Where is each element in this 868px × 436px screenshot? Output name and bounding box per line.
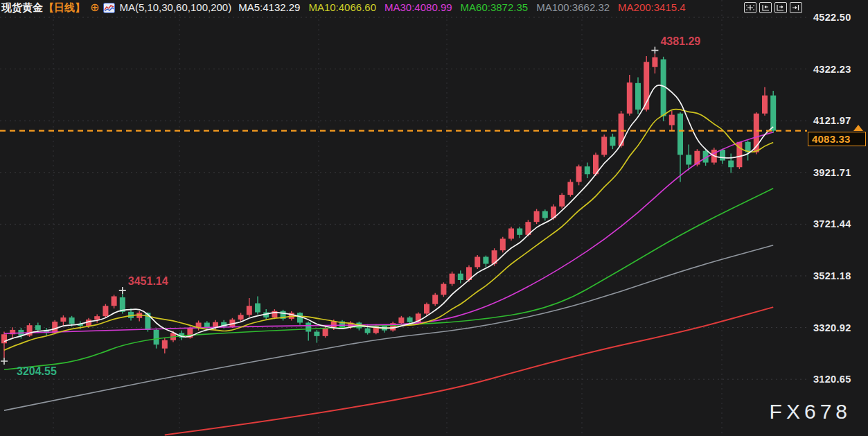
add-indicator-button[interactable]: ⊕ bbox=[90, 1, 99, 15]
last-price-value: 4083.33 bbox=[812, 133, 851, 145]
candle-down bbox=[365, 329, 371, 333]
chart-window: 3204.553451.144381.294522.504322.234121.… bbox=[0, 0, 868, 436]
chart-toolbar bbox=[744, 2, 802, 13]
ma-legend-item: MA60:3872.35 bbox=[461, 1, 529, 13]
candle-up bbox=[627, 82, 632, 114]
candle-up bbox=[450, 274, 455, 284]
candle-down bbox=[255, 304, 260, 313]
candle-up bbox=[398, 317, 404, 323]
y-axis-tick-label: 4121.97 bbox=[813, 115, 851, 126]
price-annotation-label: 4381.29 bbox=[660, 35, 700, 47]
timeframe-label: 【日线】 bbox=[44, 1, 85, 15]
candle-down bbox=[686, 155, 691, 164]
ma-legend: MA5:4132.29MA10:4066.60MA30:4080.99MA60:… bbox=[238, 1, 693, 15]
y-axis-tick-label: 3721.44 bbox=[813, 218, 851, 229]
shift-left-icon bbox=[761, 4, 770, 11]
candle-up bbox=[162, 340, 168, 349]
y-axis-tick-label: 3320.92 bbox=[813, 322, 851, 333]
extreme-cross-icon bbox=[1, 358, 8, 365]
candle-down bbox=[720, 150, 725, 161]
jump-to-latest-button[interactable] bbox=[790, 2, 802, 13]
candle-up bbox=[424, 304, 429, 314]
y-axis-tick-label: 4522.50 bbox=[813, 12, 851, 23]
y-axis-tick-label: 3521.18 bbox=[813, 270, 851, 281]
ma-lines-layer bbox=[4, 85, 773, 435]
candle-up bbox=[534, 211, 540, 223]
candle-up bbox=[323, 328, 328, 336]
candle-up bbox=[669, 115, 675, 125]
candle-up bbox=[94, 316, 100, 320]
candle-up bbox=[432, 295, 438, 304]
candle-down bbox=[69, 317, 75, 324]
indicator-chart-icon[interactable] bbox=[103, 3, 115, 13]
ma-group-label: MA(5,10,30,60,100,200) bbox=[119, 1, 231, 15]
candle-down bbox=[610, 137, 615, 146]
candle-down bbox=[635, 83, 641, 110]
candle-up bbox=[238, 315, 244, 320]
shift-right-icon bbox=[777, 4, 785, 11]
jump-to-latest-icon bbox=[792, 4, 800, 11]
price-annotation-label: 3204.55 bbox=[17, 365, 57, 377]
candle-up bbox=[103, 306, 108, 316]
candle-up bbox=[601, 137, 607, 155]
ma-legend-item: MA5:4132.29 bbox=[238, 1, 300, 13]
extreme-cross-icon bbox=[651, 47, 658, 54]
candle-up bbox=[247, 306, 252, 315]
candle-down bbox=[314, 332, 319, 336]
candle-up bbox=[576, 166, 582, 182]
ma-legend-item: MA100:3662.32 bbox=[536, 1, 610, 13]
chart-header: 现货黄金 【日线】 ⊕ MA(5,10,30,60,100,200) MA5:4… bbox=[1, 1, 694, 15]
ma5-line bbox=[4, 85, 773, 342]
candle-down bbox=[770, 96, 776, 131]
candle-up bbox=[331, 322, 337, 328]
candle-down bbox=[728, 161, 734, 168]
shift-right-button[interactable] bbox=[774, 2, 787, 13]
candle-up bbox=[762, 96, 768, 114]
grid-lines bbox=[0, 0, 809, 436]
candle-up bbox=[112, 296, 117, 306]
candle-up bbox=[52, 322, 57, 333]
candle-up bbox=[559, 195, 565, 207]
shift-left-button[interactable] bbox=[759, 2, 772, 13]
candle-up bbox=[500, 238, 506, 250]
candle-up bbox=[1, 334, 7, 343]
ma10-line bbox=[4, 110, 773, 351]
candle-up bbox=[60, 317, 66, 322]
ma-legend-item: MA30:4080.99 bbox=[384, 1, 452, 13]
symbol-name: 现货黄金 bbox=[1, 1, 43, 15]
candle-down bbox=[517, 229, 522, 235]
pan-tool-icon bbox=[746, 4, 754, 11]
price-up-arrow-icon bbox=[853, 125, 863, 131]
y-axis-tick-label: 4322.23 bbox=[813, 64, 851, 75]
y-axis-tick-label: 3120.65 bbox=[813, 374, 851, 385]
candle-down bbox=[542, 211, 548, 218]
candle-up bbox=[508, 229, 514, 239]
candle-down bbox=[35, 325, 41, 330]
candle-down bbox=[677, 114, 683, 155]
candle-up bbox=[441, 284, 446, 295]
y-axis-labels: 4522.504322.234121.973921.713721.443521.… bbox=[813, 12, 851, 385]
ma-legend-item: MA200:3415.4 bbox=[618, 1, 686, 13]
candlestick-chart[interactable]: 3204.553451.144381.294522.504322.234121.… bbox=[0, 0, 868, 436]
y-axis-tick-label: 3921.71 bbox=[813, 167, 851, 178]
pan-tool-button[interactable] bbox=[744, 2, 756, 13]
ma-legend-item: MA10:4066.60 bbox=[308, 1, 376, 13]
candle-down bbox=[458, 274, 463, 280]
candle-up bbox=[272, 311, 277, 317]
candle-down bbox=[407, 317, 413, 322]
candle-up bbox=[652, 58, 657, 67]
candle-up bbox=[475, 256, 480, 267]
ma30-line bbox=[4, 132, 773, 334]
candle-down bbox=[585, 166, 590, 174]
price-annotation-label: 3451.14 bbox=[128, 275, 168, 287]
candle-down bbox=[483, 256, 488, 263]
watermark: FX678 bbox=[770, 400, 851, 424]
last-price-badge: 4083.33 bbox=[808, 132, 866, 146]
candle-down bbox=[305, 322, 311, 331]
candle-down bbox=[154, 330, 159, 345]
extreme-cross-icon bbox=[119, 287, 126, 294]
candle-up bbox=[567, 182, 573, 195]
